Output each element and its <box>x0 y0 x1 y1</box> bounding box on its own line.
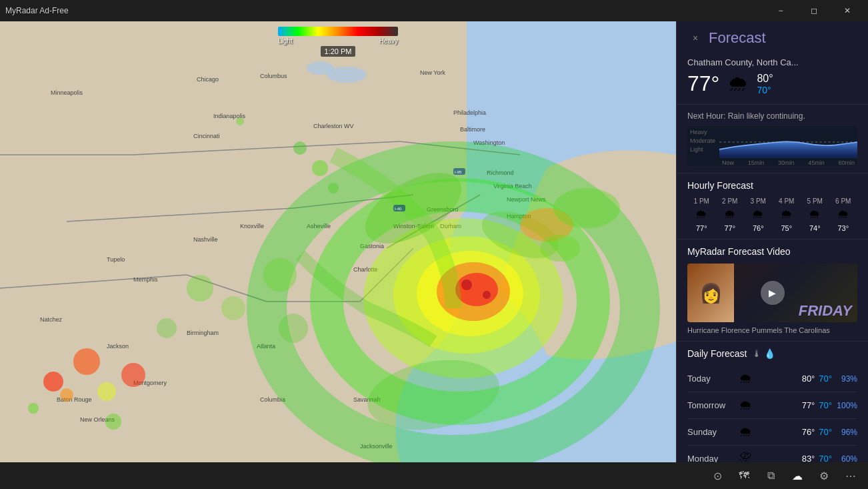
svg-text:Nashville: Nashville <box>193 236 218 243</box>
legend-bar <box>278 27 398 36</box>
hour-icon-2: 🌧 <box>752 207 764 221</box>
hour-temp-2: 76° <box>753 224 764 232</box>
day-temps-monday: 83° 70° <box>802 454 832 462</box>
day-precip-today: 93% <box>832 374 857 384</box>
low-temp: 70° <box>757 85 773 95</box>
layers-btn[interactable]: 🗺 <box>732 464 756 488</box>
day-name-monday: Monday <box>687 454 735 462</box>
location-btn[interactable]: ⊙ <box>705 464 729 488</box>
day-temps-tomorrow: 77° 70° <box>802 400 832 410</box>
hourly-title: Hourly Forecast <box>687 180 857 191</box>
day-temps-today: 80° 70° <box>802 374 832 384</box>
svg-point-69 <box>105 414 121 430</box>
radar-legend: Light Heavy 1:20 PM <box>278 27 398 57</box>
day-icon-tomorrow: 🌧 <box>735 398 755 413</box>
day-name-today: Today <box>687 374 735 384</box>
svg-point-62 <box>236 117 244 125</box>
hour-icon-0: 🌧 <box>695 207 707 221</box>
svg-point-63 <box>43 372 63 392</box>
hour-label-3: 4 PM <box>779 197 794 205</box>
video-thumbnail[interactable]: 👩 FRIDAY ▶ <box>687 264 857 322</box>
map-container[interactable]: Indianapolis Chicago Minneapolis Columbu… <box>0 21 676 462</box>
day-low-sunday: 70° <box>819 427 832 437</box>
svg-point-66 <box>73 348 100 375</box>
svg-point-54 <box>461 280 472 290</box>
raindrop-icon: 💧 <box>764 348 775 359</box>
x-now: Now <box>722 159 734 166</box>
location-bar: Chatham County, North Ca... 77° 🌧 80° 70… <box>677 55 868 105</box>
hour-label-5: 6 PM <box>835 197 851 205</box>
svg-point-61 <box>293 141 307 155</box>
forecast-header: × Forecast <box>677 21 868 55</box>
hourly-item-4: 5 PM 🌧 74° <box>807 197 823 232</box>
svg-text:Baltimore: Baltimore <box>460 126 485 133</box>
high-temp: 80° <box>757 73 773 85</box>
day-high-today: 80° <box>802 374 815 384</box>
minimize-btn[interactable]: − <box>765 0 796 21</box>
svg-point-71 <box>157 318 177 338</box>
precip-svg <box>719 126 857 158</box>
svg-point-2 <box>307 61 333 75</box>
svg-text:Knoxville: Knoxville <box>240 223 264 229</box>
day-name-sunday: Sunday <box>687 427 735 437</box>
map-type-btn[interactable]: ⧉ <box>759 464 783 488</box>
day-icon-monday: ⛈ <box>735 451 755 462</box>
precip-y-labels: Heavy Moderate Light <box>687 126 718 155</box>
legend-heavy: Heavy <box>379 37 398 45</box>
x-45: 45min <box>808 159 825 166</box>
svg-text:Columbus: Columbus <box>260 73 287 79</box>
hour-icon-4: 🌧 <box>809 207 821 221</box>
hour-label-2: 3 PM <box>751 197 766 205</box>
hour-temp-3: 75° <box>781 224 792 232</box>
svg-point-55 <box>483 291 491 299</box>
settings-btn[interactable]: ⚙ <box>812 464 836 488</box>
daily-section: Daily Forecast 🌡 💧 Today 🌧 80° 70° 93% T… <box>677 342 868 462</box>
hour-temp-0: 77° <box>696 224 707 232</box>
hourly-item-3: 4 PM 🌧 75° <box>779 197 794 232</box>
hour-temp-5: 73° <box>837 224 849 232</box>
day-name-tomorrow: Tomorrow <box>687 400 735 410</box>
svg-text:Natchez: Natchez <box>40 316 63 323</box>
y-label-heavy: Heavy <box>690 129 715 135</box>
hour-label-4: 5 PM <box>807 197 823 205</box>
titlebar: MyRadar Ad-Free − ◻ ✕ <box>0 0 868 21</box>
play-button[interactable]: ▶ <box>761 281 785 305</box>
weather-btn[interactable]: ☁ <box>785 464 809 488</box>
y-label-light: Light <box>690 146 715 153</box>
svg-point-53 <box>455 273 498 306</box>
svg-point-59 <box>312 160 328 176</box>
day-low-tomorrow: 70° <box>819 400 832 410</box>
close-btn[interactable]: ✕ <box>832 0 863 21</box>
day-low-today: 70° <box>819 374 832 384</box>
legend-time: 1:20 PM <box>321 46 356 57</box>
daily-row-tomorrow: Tomorrow 🌧 77° 70° 100% <box>687 392 857 419</box>
bottom-toolbar: ⊙ 🗺 ⧉ ☁ ⚙ ⋯ <box>0 462 868 489</box>
svg-point-74 <box>279 314 308 343</box>
video-caption: Hurricane Florence Pummels The Carolinas <box>687 326 857 334</box>
precip-chart: Heavy Moderate Light Now 15mi <box>687 126 857 166</box>
high-low: 80° 70° <box>757 73 773 95</box>
svg-point-72 <box>221 296 245 320</box>
precip-x-labels: Now 15min 30min 45min 60min <box>719 159 857 166</box>
hourly-item-1: 2 PM 🌧 77° <box>722 197 737 232</box>
legend-labels: Light Heavy <box>278 37 398 45</box>
next-hour-section: Next Hour: Rain likely continuing. Heavy… <box>677 105 868 173</box>
day-precip-monday: 60% <box>832 454 857 463</box>
svg-text:Chicago: Chicago <box>197 76 219 83</box>
current-weather: 77° 🌧 80° 70° <box>687 71 857 96</box>
forecast-close-btn[interactable]: × <box>687 30 703 46</box>
svg-text:Birmingham: Birmingham <box>187 330 219 336</box>
day-icon-sunday: 🌧 <box>735 424 755 440</box>
more-btn[interactable]: ⋯ <box>839 464 863 488</box>
svg-point-73 <box>263 258 297 292</box>
day-high-tomorrow: 77° <box>802 400 815 410</box>
svg-point-60 <box>328 183 339 193</box>
day-high-monday: 83° <box>802 454 815 462</box>
right-panel: × Forecast Chatham County, North Ca... 7… <box>676 21 868 462</box>
restore-btn[interactable]: ◻ <box>799 0 829 21</box>
daily-row-sunday: Sunday 🌧 76° 70° 96% <box>687 419 857 446</box>
thermometer-icon: 🌡 <box>752 348 761 359</box>
svg-text:Tupelo: Tupelo <box>107 256 125 263</box>
svg-point-67 <box>97 382 116 401</box>
hourly-item-0: 1 PM 🌧 77° <box>694 197 709 232</box>
